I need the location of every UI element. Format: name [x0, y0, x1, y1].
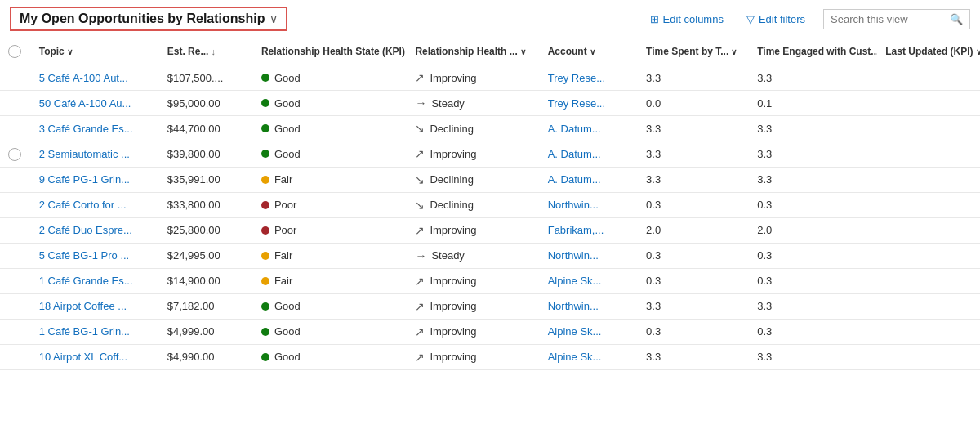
kpi-label: Good	[274, 148, 301, 160]
row-time-engaged: 3.3	[749, 293, 877, 319]
account-filter-icon[interactable]: ∨	[590, 47, 595, 56]
rel-health-filter-icon[interactable]: ∨	[520, 47, 526, 56]
account-link[interactable]: A. Datum...	[548, 123, 601, 135]
row-rel-health: Declining	[407, 192, 539, 217]
account-link[interactable]: Alpine Sk...	[548, 351, 602, 363]
col-kpi-state[interactable]: Relationship Health State (KPI) ∨	[253, 38, 407, 65]
table-row: 2 Café Duo Espre...$25,800.00PoorImprovi…	[0, 217, 980, 243]
topic-link[interactable]: 5 Café A-100 Aut...	[39, 72, 128, 84]
select-all-checkbox[interactable]	[8, 45, 21, 58]
account-link[interactable]: Trey Rese...	[548, 97, 605, 110]
row-rel-health: Declining	[407, 116, 539, 141]
topic-filter-icon[interactable]: ∨	[67, 47, 73, 56]
row-rel-health: Improving	[407, 319, 539, 344]
search-input[interactable]	[831, 13, 945, 25]
col-account[interactable]: Account ∨	[540, 38, 638, 65]
topic-link[interactable]: 1 Café Grande Es...	[39, 275, 133, 287]
account-link[interactable]: Northwin...	[548, 300, 599, 312]
col-account-label: Account	[548, 46, 587, 57]
table-row: 5 Café A-100 Aut...$107,500....GoodImpro…	[0, 65, 980, 91]
row-last-updated	[877, 192, 980, 217]
edit-filters-label: Edit filters	[759, 13, 805, 25]
col-last-updated[interactable]: Last Updated (KPI) ∨	[877, 38, 980, 65]
row-time-engaged: 3.3	[749, 65, 877, 91]
row-select-checkbox[interactable]	[8, 148, 21, 161]
col-rel-health[interactable]: Relationship Health ... ∨	[407, 38, 539, 65]
trend-label: Improving	[430, 275, 476, 287]
topic-link[interactable]: 9 Café PG-1 Grin...	[39, 173, 130, 186]
topic-link[interactable]: 1 Café BG-1 Grin...	[39, 325, 130, 338]
account-link[interactable]: Northwin...	[548, 249, 599, 262]
row-last-updated	[877, 319, 980, 344]
row-kpi-state: Good	[253, 319, 407, 344]
row-checkbox-cell	[0, 91, 31, 116]
title-dropdown-icon[interactable]: ∨	[270, 12, 278, 25]
kpi-label: Good	[274, 97, 301, 110]
row-topic: 50 Café A-100 Au...	[31, 91, 159, 116]
row-time-engaged: 3.3	[749, 116, 877, 141]
row-time-spent: 3.3	[638, 116, 749, 141]
kpi-dot-green	[261, 302, 270, 311]
page-title: My Open Opportunities by Relationship	[20, 11, 265, 26]
row-account: Alpine Sk...	[540, 344, 638, 369]
edit-columns-button[interactable]: ⊞ Edit columns	[645, 10, 728, 29]
account-link[interactable]: Fabrikam,...	[548, 224, 604, 236]
account-link[interactable]: Trey Rese...	[548, 72, 605, 84]
account-link[interactable]: Northwin...	[548, 199, 599, 211]
account-link[interactable]: A. Datum...	[548, 148, 601, 160]
table-row: 5 Café BG-1 Pro ...$24,995.00FairSteadyN…	[0, 243, 980, 268]
table-row: 50 Café A-100 Au...$95,000.00GoodSteadyT…	[0, 91, 980, 116]
table-row: 2 Café Corto for ...$33,800.00PoorDeclin…	[0, 192, 980, 217]
kpi-dot-green	[261, 328, 270, 336]
account-link[interactable]: Alpine Sk...	[548, 275, 602, 287]
row-kpi-state: Fair	[253, 268, 407, 293]
est-revenue-sort-icon[interactable]: ↓	[211, 47, 216, 56]
trend-icon-steady	[415, 96, 426, 110]
row-last-updated	[877, 167, 980, 192]
account-link[interactable]: A. Datum...	[548, 173, 601, 186]
row-topic: 2 Café Duo Espre...	[31, 217, 159, 243]
row-checkbox-cell	[0, 344, 31, 369]
row-rel-health: Steady	[407, 91, 539, 116]
title-area: My Open Opportunities by Relationship ∨	[10, 7, 639, 31]
col-topic[interactable]: Topic ∨	[31, 38, 159, 65]
time-spent-filter-icon[interactable]: ∨	[731, 47, 737, 56]
col-last-updated-label: Last Updated (KPI)	[885, 46, 973, 57]
topic-link[interactable]: 2 Café Duo Espre...	[39, 224, 132, 236]
row-account: A. Datum...	[540, 141, 638, 168]
topic-link[interactable]: 18 Airpot Coffee ...	[39, 300, 127, 312]
row-time-engaged: 0.3	[749, 268, 877, 293]
row-account: A. Datum...	[540, 167, 638, 192]
last-updated-filter-icon[interactable]: ∨	[976, 47, 980, 56]
row-checkbox-cell	[0, 192, 31, 217]
col-est-revenue[interactable]: Est. Re... ↓	[159, 38, 253, 65]
topic-link[interactable]: 3 Café Grande Es...	[39, 123, 133, 135]
topic-link[interactable]: 2 Café Corto for ...	[39, 199, 127, 211]
trend-label: Improving	[430, 325, 476, 338]
col-time-spent[interactable]: Time Spent by T... ∨	[638, 38, 749, 65]
edit-filters-button[interactable]: ▽ Edit filters	[742, 10, 810, 29]
table-row: 1 Café BG-1 Grin...$4,999.00GoodImprovin…	[0, 319, 980, 344]
row-kpi-state: Poor	[253, 192, 407, 217]
trend-label: Improving	[430, 72, 476, 84]
edit-columns-label: Edit columns	[663, 13, 724, 25]
topic-link[interactable]: 5 Café BG-1 Pro ...	[39, 249, 130, 262]
row-est-revenue: $95,000.00	[159, 91, 253, 116]
row-topic: 5 Café BG-1 Pro ...	[31, 243, 159, 268]
col-time-engaged[interactable]: Time Engaged with Cust... ∨	[749, 38, 877, 65]
account-link[interactable]: Alpine Sk...	[548, 325, 602, 338]
edit-filters-icon: ▽	[746, 13, 755, 25]
row-checkbox-cell	[0, 65, 31, 91]
row-est-revenue: $107,500....	[159, 65, 253, 91]
topic-link[interactable]: 10 Airpot XL Coff...	[39, 351, 127, 363]
row-topic: 10 Airpot XL Coff...	[31, 344, 159, 369]
topic-link[interactable]: 50 Café A-100 Au...	[39, 97, 131, 110]
row-time-spent: 3.3	[638, 344, 749, 369]
row-account: Alpine Sk...	[540, 268, 638, 293]
kpi-dot-red	[261, 226, 270, 235]
trend-label: Declining	[430, 123, 473, 135]
row-time-spent: 0.3	[638, 192, 749, 217]
kpi-label: Poor	[274, 224, 296, 236]
kpi-label: Fair	[274, 249, 292, 262]
topic-link[interactable]: 2 Semiautomatic ...	[39, 148, 130, 160]
